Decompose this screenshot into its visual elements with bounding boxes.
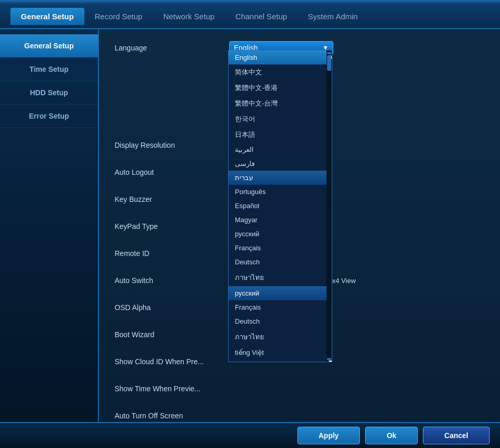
scroll-down-arrow[interactable]: ▼ xyxy=(327,358,331,360)
dropdown-option-thai2[interactable]: ภาษาไทย xyxy=(229,328,332,345)
key-buzzer-label: Key Buzzer xyxy=(115,195,229,203)
scrollbar-thumb[interactable] xyxy=(327,55,331,71)
dropdown-option-thai1[interactable]: ภาษาไทย xyxy=(229,269,332,286)
auto-turn-off-row: Auto Turn Off Screen xyxy=(115,407,484,422)
remote-id-label: Remote ID xyxy=(115,249,229,258)
dropdown-option-french1[interactable]: Français xyxy=(229,241,332,255)
show-time-label: Show Time When Previe... xyxy=(115,385,229,393)
show-time-row: Show Time When Previe... xyxy=(115,380,484,397)
apply-button[interactable]: Apply xyxy=(297,427,360,444)
dropdown-option-french2[interactable]: Français xyxy=(229,300,332,314)
dropdown-option-spanish[interactable]: Español xyxy=(229,199,332,213)
boot-wizard-label: Boot Wizard xyxy=(115,330,229,339)
dropdown-option-portuguese[interactable]: Português xyxy=(229,185,332,199)
language-label: Language xyxy=(115,44,229,52)
auto-switch-label: Auto Switch xyxy=(115,276,229,285)
tab-network[interactable]: Network Setup xyxy=(153,8,224,25)
dropdown-option-vietnamese[interactable]: tiếng Việt xyxy=(229,345,332,360)
show-cloud-id-label: Show Cloud ID When Pre... xyxy=(115,357,229,366)
dropdown-option-hungarian[interactable]: Magyar xyxy=(229,213,332,227)
language-dropdown-list: English 简体中文 繁體中文-香港 繁體中文-台灣 한국어 日本語 الع… xyxy=(228,50,332,362)
dropdown-option-farsi[interactable]: فارسی xyxy=(229,157,332,171)
dropdown-option-german1[interactable]: Deutsch xyxy=(229,255,332,269)
tab-general[interactable]: General Setup xyxy=(10,8,84,25)
tab-record[interactable]: Record Setup xyxy=(84,8,153,25)
dropdown-scrollbar[interactable]: ▲ ▼ xyxy=(327,50,332,362)
top-bar xyxy=(0,0,500,4)
auto-turn-off-label: Auto Turn Off Screen xyxy=(115,412,229,420)
dropdown-option-turkish[interactable]: Türk xyxy=(229,360,332,362)
dropdown-option-english[interactable]: English xyxy=(229,50,332,65)
dropdown-option-simplified-chinese[interactable]: 简体中文 xyxy=(229,65,332,80)
cancel-button[interactable]: Cancel xyxy=(423,427,490,444)
sidebar: General Setup Time Setup HDD Setup Error… xyxy=(0,29,99,422)
auto-logout-label: Auto Logout xyxy=(115,168,229,176)
display-resolution-label: Display Resolution xyxy=(115,141,229,149)
osd-alpha-label: OSD Alpha xyxy=(115,303,229,312)
sidebar-item-hdd[interactable]: HDD Setup xyxy=(0,81,98,105)
dropdown-option-russian1[interactable]: русский xyxy=(229,227,332,241)
dropdown-option-russian2[interactable]: русский xyxy=(229,286,332,300)
sidebar-item-time[interactable]: Time Setup xyxy=(0,58,98,81)
dropdown-option-trad-chinese-tw[interactable]: 繁體中文-台灣 xyxy=(229,96,332,111)
x4-label: x4 View xyxy=(332,277,356,285)
sidebar-item-error[interactable]: Error Setup xyxy=(0,105,98,128)
tab-channel[interactable]: Channel Setup xyxy=(225,8,297,25)
ok-button[interactable]: Ok xyxy=(365,427,418,444)
dropdown-option-hebrew[interactable]: עברית xyxy=(229,171,332,185)
dropdown-option-german2[interactable]: Deutsch xyxy=(229,314,332,328)
nav-tabs: General Setup Record Setup Network Setup… xyxy=(0,4,500,29)
sidebar-item-general[interactable]: General Setup xyxy=(0,34,98,58)
dropdown-option-arabic[interactable]: العربية xyxy=(229,143,332,157)
dropdown-option-korean[interactable]: 한국어 xyxy=(229,111,332,127)
bottom-bar: Apply Ok Cancel xyxy=(0,422,500,448)
scroll-up-arrow[interactable]: ▲ xyxy=(327,52,331,54)
tab-system[interactable]: System Admin xyxy=(297,8,368,25)
dropdown-option-trad-chinese-hk[interactable]: 繁體中文-香港 xyxy=(229,80,332,96)
dropdown-option-japanese[interactable]: 日本語 xyxy=(229,127,332,143)
content-area: Language English ▼ Display Resolution Au… xyxy=(99,29,500,422)
main-layout: General Setup Time Setup HDD Setup Error… xyxy=(0,29,500,422)
keypad-type-label: KeyPad Type xyxy=(115,222,229,231)
